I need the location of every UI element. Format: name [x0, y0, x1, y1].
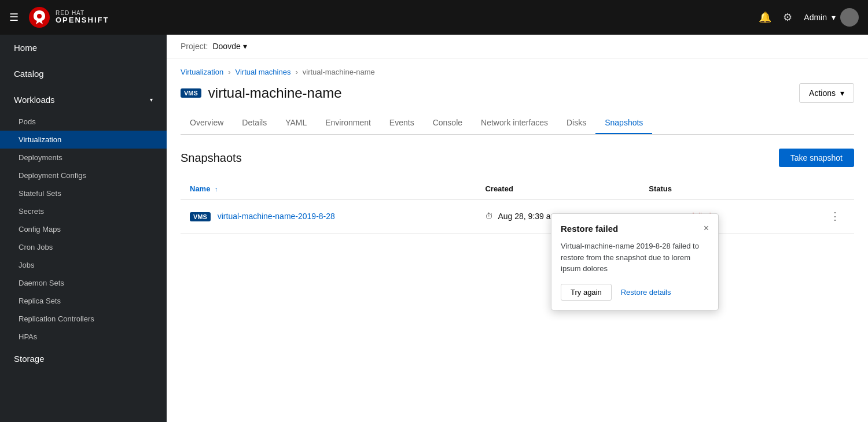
actions-button[interactable]: Actions ▾ [799, 83, 854, 103]
popover-body: Virtual-machine-name 2019-8-28 failed to… [561, 240, 709, 275]
replica-sets-label: Replica Sets [19, 297, 61, 305]
virtualization-label: Virtualization [19, 135, 61, 144]
storage-label: Storage [14, 354, 45, 364]
table-container: Name ↑ Created Status [181, 179, 854, 234]
tab-network-interfaces[interactable]: Network interfaces [472, 112, 557, 134]
sidebar-item-virtualization[interactable]: Virtualization [0, 131, 167, 149]
col-created: Created [476, 179, 639, 199]
tabs: Overview Details YAML Environment Events… [181, 112, 854, 135]
sidebar-item-storage[interactable]: Storage [0, 346, 167, 372]
page-title: virtual-machine-name [208, 85, 342, 101]
sidebar-item-jobs[interactable]: Jobs [0, 256, 167, 274]
tab-snapshots[interactable]: Snapshots [595, 112, 652, 134]
user-dropdown-icon: ▾ [832, 13, 836, 22]
sidebar-item-replica-sets[interactable]: Replica Sets [0, 292, 167, 310]
config-maps-label: Config Maps [19, 225, 61, 234]
sidebar-item-pods[interactable]: Pods [0, 113, 167, 131]
main-layout: Home Catalog Workloads ▾ Pods Virtualiza… [0, 35, 868, 422]
col-name[interactable]: Name ↑ [181, 179, 476, 199]
navbar: ☰ RED HAT OPENSHIFT 🔔 ⚙ Admin ▾ [0, 0, 868, 35]
tab-yaml[interactable]: YAML [276, 112, 316, 134]
notification-icon[interactable]: 🔔 [759, 11, 771, 24]
breadcrumb-virtualization[interactable]: Virtualization [181, 68, 223, 76]
secrets-label: Secrets [19, 207, 44, 216]
project-dropdown-icon: ▾ [243, 42, 247, 51]
sidebar-item-workloads[interactable]: Workloads ▾ [0, 87, 167, 113]
logo-text: RED HAT OPENSHIFT [56, 10, 109, 24]
vms-badge: VMS [181, 88, 201, 98]
page-content: Virtualization › Virtual machines › virt… [167, 58, 868, 422]
sidebar-item-home[interactable]: Home [0, 35, 167, 61]
try-again-button[interactable]: Try again [561, 284, 612, 301]
stateful-sets-label: Stateful Sets [19, 189, 61, 198]
breadcrumb-sep-2: › [295, 68, 297, 76]
tab-environment[interactable]: Environment [316, 112, 380, 134]
sidebar-item-secrets[interactable]: Secrets [0, 202, 167, 220]
sidebar-item-deployment-configs[interactable]: Deployment Configs [0, 166, 167, 184]
snapshot-name-cell: VMS virtual-machine-name-2019-8-28 [181, 199, 476, 234]
name-sort-icon: ↑ [215, 186, 218, 193]
sidebar-item-hpas[interactable]: HPAs [0, 328, 167, 346]
svg-point-1 [37, 14, 42, 18]
sidebar-item-daemon-sets[interactable]: Daemon Sets [0, 274, 167, 292]
deployment-configs-label: Deployment Configs [19, 171, 86, 180]
cron-jobs-label: Cron Jobs [19, 243, 53, 251]
section-title: Snapshaots [181, 151, 242, 165]
gear-icon[interactable]: ⚙ [783, 11, 792, 24]
restore-failed-popover: Restore failed × Virtual-machine-name 20… [551, 213, 719, 310]
snapshot-name-link[interactable]: virtual-machine-name-2019-8-28 [218, 212, 335, 221]
tab-details[interactable]: Details [233, 112, 276, 134]
sidebar: Home Catalog Workloads ▾ Pods Virtualiza… [0, 35, 167, 422]
row-vms-badge: VMS [190, 212, 211, 221]
row-kebab-button[interactable]: ⋮ [825, 208, 845, 225]
sidebar-workloads-label: Workloads [14, 95, 55, 105]
sidebar-item-deployments[interactable]: Deployments [0, 149, 167, 166]
redhat-logo-icon [28, 6, 51, 29]
sidebar-section-main: Home Catalog [0, 35, 167, 87]
deployments-label: Deployments [19, 153, 62, 162]
restore-details-link[interactable]: Restore details [621, 288, 671, 297]
clock-icon: ⏱ [485, 212, 493, 221]
daemon-sets-label: Daemon Sets [19, 279, 64, 287]
popover-title: Restore failed [561, 224, 618, 234]
workloads-chevron-icon: ▾ [150, 97, 153, 103]
breadcrumb-current: virtual-machine-name [303, 68, 375, 76]
breadcrumb: Virtualization › Virtual machines › virt… [181, 68, 854, 76]
table-row: VMS virtual-machine-name-2019-8-28 ⏱ Aug… [181, 199, 854, 234]
breadcrumb-virtual-machines[interactable]: Virtual machines [236, 68, 291, 76]
sidebar-home-label: Home [14, 43, 37, 53]
actions-dropdown-icon: ▾ [840, 88, 844, 98]
project-bar: Project: Doovde ▾ [167, 35, 868, 58]
sidebar-item-catalog[interactable]: Catalog [0, 61, 167, 87]
sidebar-item-replication-controllers[interactable]: Replication Controllers [0, 310, 167, 328]
tab-disks[interactable]: Disks [557, 112, 595, 134]
user-menu[interactable]: Admin ▾ [804, 8, 859, 27]
page-title-area: VMS virtual-machine-name [181, 85, 342, 101]
project-name-value: Doovde [212, 42, 240, 51]
snapshots-table: Name ↑ Created Status [181, 179, 854, 234]
breadcrumb-sep-1: › [228, 68, 230, 76]
sidebar-item-stateful-sets[interactable]: Stateful Sets [0, 184, 167, 202]
col-actions [785, 179, 854, 199]
popover-close-button[interactable]: × [704, 223, 709, 234]
sidebar-section-workloads: Workloads ▾ Pods Virtualization Deployme… [0, 87, 167, 346]
replication-controllers-label: Replication Controllers [19, 314, 94, 323]
actions-label: Actions [809, 88, 836, 98]
tab-overview[interactable]: Overview [181, 112, 233, 134]
logo: RED HAT OPENSHIFT [28, 6, 109, 29]
take-snapshot-button[interactable]: Take snapshot [779, 149, 854, 167]
section-header: Snapshaots Take snapshot [181, 149, 854, 167]
sidebar-item-cron-jobs[interactable]: Cron Jobs [0, 238, 167, 256]
tab-events[interactable]: Events [380, 112, 424, 134]
project-selector[interactable]: Doovde ▾ [212, 42, 247, 51]
popover-header: Restore failed × [561, 223, 709, 234]
sidebar-catalog-label: Catalog [14, 69, 44, 79]
tab-console[interactable]: Console [424, 112, 472, 134]
hpas-label: HPAs [19, 332, 37, 341]
hamburger-menu-icon[interactable]: ☰ [9, 11, 19, 24]
jobs-label: Jobs [19, 261, 34, 269]
user-label: Admin [804, 13, 827, 22]
sidebar-section-storage: Storage [0, 346, 167, 372]
main-content: Project: Doovde ▾ Virtualization › Virtu… [167, 35, 868, 422]
sidebar-item-config-maps[interactable]: Config Maps [0, 220, 167, 238]
